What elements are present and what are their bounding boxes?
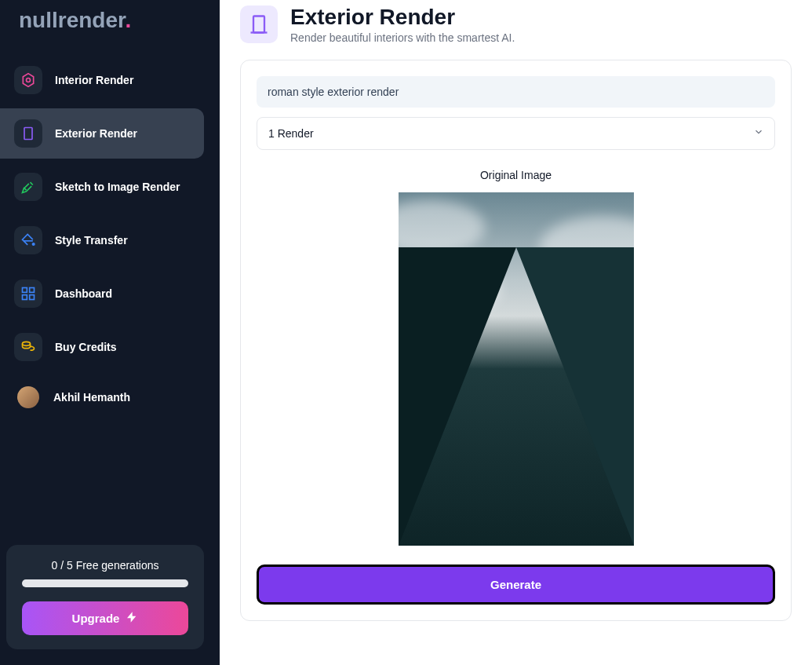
page-subtitle: Render beautiful interiors with the smar… <box>290 31 515 44</box>
svg-rect-12 <box>23 295 27 300</box>
sidebar-item-label: Buy Credits <box>55 341 117 353</box>
page-title: Exterior Render <box>290 5 515 30</box>
svg-rect-10 <box>23 288 27 293</box>
sidebar: nullrender. Interior Render Exterior Ren… <box>0 0 220 665</box>
logo-dot: . <box>125 8 131 32</box>
sidebar-item-exterior-render[interactable]: Exterior Render <box>0 108 204 159</box>
svg-marker-0 <box>23 74 33 87</box>
building-icon <box>14 119 42 148</box>
avatar <box>17 386 39 408</box>
sidebar-item-sketch-to-image[interactable]: Sketch to Image Render <box>0 162 220 212</box>
pencil-ruler-icon <box>14 173 42 201</box>
sidebar-item-user[interactable]: Akhil Hemanth <box>0 375 220 419</box>
sidebar-item-dashboard[interactable]: Dashboard <box>0 269 220 319</box>
paint-bucket-icon <box>14 226 42 254</box>
coins-icon <box>14 333 42 361</box>
form-card: 1 Render Original Image Generate <box>240 60 792 621</box>
prompt-input[interactable] <box>257 76 775 108</box>
logo-text: nullrender <box>19 8 125 32</box>
nav: Interior Render Exterior Render Sketch t… <box>0 52 220 532</box>
quota-card: 0 / 5 Free generations Upgrade <box>6 545 204 649</box>
svg-rect-11 <box>30 288 35 293</box>
user-name: Akhil Hemanth <box>53 391 130 404</box>
sidebar-item-interior-render[interactable]: Interior Render <box>0 55 220 105</box>
svg-rect-15 <box>253 16 264 33</box>
render-count-select[interactable]: 1 Render <box>257 117 775 150</box>
original-image-section: Original Image <box>257 169 775 546</box>
svg-rect-2 <box>24 128 32 140</box>
svg-point-14 <box>23 342 31 345</box>
grid-icon <box>14 280 42 308</box>
sidebar-item-label: Interior Render <box>55 74 133 86</box>
sidebar-item-label: Sketch to Image Render <box>55 181 180 193</box>
original-image-preview[interactable] <box>399 192 634 546</box>
sidebar-item-style-transfer[interactable]: Style Transfer <box>0 215 220 265</box>
header-building-icon <box>240 5 278 43</box>
sidebar-item-label: Dashboard <box>55 287 112 300</box>
svg-rect-13 <box>30 295 35 300</box>
progress-bar <box>22 579 188 587</box>
bolt-icon <box>126 611 138 626</box>
original-image-label: Original Image <box>257 169 775 181</box>
sidebar-item-buy-credits[interactable]: Buy Credits <box>0 322 220 372</box>
main-content: Exterior Render Render beautiful interio… <box>220 0 812 665</box>
building-silhouette <box>399 247 634 546</box>
sidebar-item-label: Exterior Render <box>55 127 137 140</box>
render-count-select-wrap: 1 Render <box>257 117 775 150</box>
logo: nullrender. <box>0 0 220 52</box>
upgrade-label: Upgrade <box>72 612 120 625</box>
hexagon-icon <box>14 66 42 94</box>
quota-text: 0 / 5 Free generations <box>22 559 188 572</box>
svg-point-1 <box>27 79 31 82</box>
sidebar-item-label: Style Transfer <box>55 234 128 247</box>
page-header: Exterior Render Render beautiful interio… <box>240 5 792 44</box>
generate-button[interactable]: Generate <box>257 565 775 605</box>
upgrade-button[interactable]: Upgrade <box>22 601 188 635</box>
svg-point-9 <box>32 243 34 246</box>
